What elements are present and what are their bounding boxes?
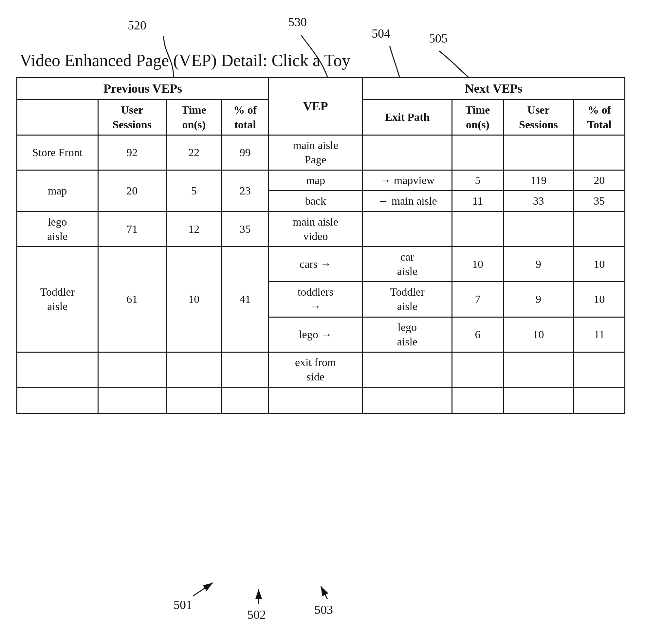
next-user-cell: 119 [503, 170, 574, 191]
label-505: 505 [429, 31, 448, 45]
next-pct-col-header: % of Total [574, 100, 625, 135]
next-user-cell: 9 [503, 246, 574, 281]
next-exit-path-cell [363, 212, 452, 246]
prev-user-sessions-col-header: User Sessions [98, 100, 166, 135]
next-pct-cell [574, 135, 625, 170]
next-time-cell: 5 [452, 170, 503, 191]
prev-pct-col-header: % of total [222, 100, 268, 135]
prev-name-cell: Toddleraisle [17, 246, 98, 352]
prev-user-sess-cell: 71 [98, 212, 166, 246]
prev-pct-cell [222, 352, 268, 387]
vep-item-cell: main aislevideo [268, 212, 363, 246]
next-exit-path-col-header: Exit Path [363, 100, 452, 135]
prev-pct-cell: 23 [222, 170, 268, 212]
next-pct-cell: 10 [574, 282, 625, 317]
table-row: legoaisle 71 12 35 main aislevideo [17, 212, 625, 246]
prev-name-cell: legoaisle [17, 212, 98, 246]
next-pct-cell: 35 [574, 191, 625, 212]
next-user-cell: 33 [503, 191, 574, 212]
prev-veps-header: Previous VEPs [17, 77, 269, 100]
vep-item-cell: toddlers→ [268, 282, 363, 317]
next-veps-header: Next VEPs [363, 77, 625, 100]
next-time-cell: 6 [452, 317, 503, 352]
prev-pct-cell: 41 [222, 246, 268, 352]
table-row-empty [17, 387, 625, 414]
next-exit-path-cell [363, 352, 452, 387]
next-time-cell [452, 352, 503, 387]
empty-cell [98, 387, 166, 414]
empty-cell [452, 387, 503, 414]
next-user-cell [503, 212, 574, 246]
prev-time-col-header: Time on(s) [166, 100, 222, 135]
next-time-cell: 10 [452, 246, 503, 281]
next-pct-cell [574, 352, 625, 387]
next-time-cell [452, 212, 503, 246]
vep-item-cell: map [268, 170, 363, 191]
vep-header: VEP [268, 77, 363, 135]
next-user-cell: 10 [503, 317, 574, 352]
label-502: 502 [247, 607, 266, 622]
prev-user-sess-cell: 92 [98, 135, 166, 170]
next-user-cell [503, 352, 574, 387]
prev-time-cell [166, 352, 222, 387]
prev-time-cell: 22 [166, 135, 222, 170]
table-row: Store Front 92 22 99 main aislePage [17, 135, 625, 170]
next-exit-path-cell: legoaisle [363, 317, 452, 352]
table-row: exit fromside [17, 352, 625, 387]
label-501: 501 [174, 598, 192, 612]
empty-cell [503, 387, 574, 414]
prev-user-sess-cell: 61 [98, 246, 166, 352]
vep-item-cell: back [268, 191, 363, 212]
vep-item-cell: exit fromside [268, 352, 363, 387]
next-exit-path-cell: → main aisle [363, 191, 452, 212]
next-user-cell: 9 [503, 282, 574, 317]
label-504: 504 [372, 26, 390, 41]
vep-item-cell: lego → [268, 317, 363, 352]
main-table-container: Previous VEPs VEP Next VEPs User Session… [16, 77, 625, 414]
next-pct-cell: 20 [574, 170, 625, 191]
prev-time-cell: 10 [166, 246, 222, 352]
table-row: map 20 5 23 map → mapview 5 119 20 [17, 170, 625, 191]
next-exit-path-cell [363, 135, 452, 170]
prev-name-col-header [17, 100, 98, 135]
next-user-cell [503, 135, 574, 170]
page-title: Video Enhanced Page (VEP) Detail: Click … [20, 51, 350, 70]
next-time-col-header: Time on(s) [452, 100, 503, 135]
page: 520 530 504 505 501 502 503 Video Enhanc… [0, 0, 645, 644]
table-row: Toddleraisle 61 10 41 cars → caraisle 10… [17, 246, 625, 281]
next-user-sessions-col-header: User Sessions [503, 100, 574, 135]
next-pct-cell [574, 212, 625, 246]
vep-item-cell: main aislePage [268, 135, 363, 170]
prev-time-cell: 12 [166, 212, 222, 246]
next-time-cell [452, 135, 503, 170]
prev-time-cell: 5 [166, 170, 222, 212]
prev-name-cell [17, 352, 98, 387]
prev-user-sess-cell: 20 [98, 170, 166, 212]
label-530: 530 [288, 15, 307, 29]
empty-cell [17, 387, 98, 414]
next-time-cell: 11 [452, 191, 503, 212]
prev-pct-cell: 99 [222, 135, 268, 170]
empty-cell [222, 387, 268, 414]
empty-cell [363, 387, 452, 414]
empty-cell [268, 387, 363, 414]
empty-cell [574, 387, 625, 414]
vep-item-cell: cars → [268, 246, 363, 281]
label-503: 503 [314, 602, 333, 617]
prev-pct-cell: 35 [222, 212, 268, 246]
next-time-cell: 7 [452, 282, 503, 317]
prev-user-sess-cell [98, 352, 166, 387]
next-exit-path-cell: → mapview [363, 170, 452, 191]
label-520: 520 [128, 18, 146, 32]
next-exit-path-cell: Toddleraisle [363, 282, 452, 317]
next-pct-cell: 10 [574, 246, 625, 281]
prev-name-cell: Store Front [17, 135, 98, 170]
next-exit-path-cell: caraisle [363, 246, 452, 281]
empty-cell [166, 387, 222, 414]
vep-detail-table: Previous VEPs VEP Next VEPs User Session… [16, 77, 625, 414]
prev-name-cell: map [17, 170, 98, 212]
next-pct-cell: 11 [574, 317, 625, 352]
